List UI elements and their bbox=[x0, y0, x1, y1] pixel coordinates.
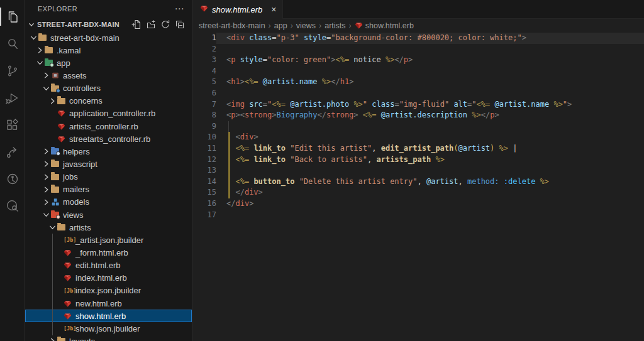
line-number: 14 bbox=[192, 176, 216, 188]
code-line-1[interactable]: 1<div class="p-3" style="background-colo… bbox=[192, 33, 644, 44]
active-indent-guide bbox=[228, 165, 230, 176]
tree-item-layouts[interactable]: layouts bbox=[25, 335, 192, 341]
tree-item-label: layouts bbox=[69, 337, 95, 341]
tab-show-html-erb[interactable]: show.html.erb × bbox=[192, 0, 283, 19]
code-line-4[interactable]: 4 bbox=[192, 66, 644, 77]
tree-item-index-json-jbuilder[interactable]: [Jb]index.json.jbuilder bbox=[25, 284, 192, 297]
code-line-17[interactable]: 17 bbox=[192, 210, 644, 221]
ruby-icon bbox=[200, 4, 208, 14]
chevron-down-icon bbox=[42, 84, 51, 94]
tree-item-label: helpers bbox=[62, 147, 90, 156]
more-actions-icon[interactable]: ⋯ bbox=[175, 6, 184, 12]
chevron-right-icon bbox=[42, 159, 51, 169]
line-number: 7 bbox=[192, 99, 216, 111]
tree-item-show-json-jbuilder[interactable]: [Jb]show.json.jbuilder bbox=[25, 322, 192, 335]
line-number: 11 bbox=[192, 143, 216, 154]
search-icon bbox=[5, 36, 20, 51]
folder-tan bbox=[51, 174, 59, 180]
code-line-content bbox=[216, 165, 644, 176]
tree-item-helpers[interactable]: helpers bbox=[25, 145, 192, 158]
activity-timeline-button[interactable] bbox=[0, 165, 25, 192]
tab-bar: show.html.erb × bbox=[192, 0, 644, 19]
breadcrumb-item-app[interactable]: app bbox=[274, 21, 287, 30]
code-line-16[interactable]: 16</div> bbox=[192, 198, 644, 210]
ruby-icon bbox=[355, 21, 363, 30]
code-line-14[interactable]: 14 <%= button_to "Delete this artist ent… bbox=[192, 176, 644, 188]
tree-item-label: streetarts_controller.rb bbox=[69, 134, 150, 144]
activity-explorer-button[interactable] bbox=[0, 3, 25, 30]
tree-item-concerns[interactable]: concerns bbox=[25, 95, 192, 107]
tree-item-edit-html-erb[interactable]: edit.html.erb bbox=[25, 259, 192, 272]
code-line-3[interactable]: 3<p style="color: green"><%= notice %></… bbox=[192, 55, 644, 66]
activity-source-control-button[interactable] bbox=[0, 57, 25, 84]
tree-item-jobs[interactable]: jobs bbox=[25, 171, 192, 183]
activity-remote-button[interactable] bbox=[0, 138, 25, 165]
tree-item-mailers[interactable]: mailers bbox=[25, 183, 192, 196]
chevron-down-icon bbox=[42, 210, 51, 220]
code-line-6[interactable]: 6 bbox=[192, 88, 644, 99]
breadcrumb-item-artists[interactable]: artists bbox=[325, 21, 345, 30]
new-folder-icon[interactable] bbox=[145, 18, 157, 31]
tree-item-models[interactable]: models bbox=[25, 196, 192, 208]
line-number: 6 bbox=[192, 88, 216, 99]
code-line-5[interactable]: 5<h1><%= @artist.name %></h1> bbox=[192, 77, 644, 88]
collapse-all-icon[interactable] bbox=[174, 18, 186, 31]
tree-item--kamal[interactable]: .kamal bbox=[25, 44, 192, 57]
code-line-content: <%= button_to "Delete this artist entry"… bbox=[216, 176, 644, 188]
explorer-sidebar: EXPLORER ⋯ STREET-ART-BDX-MAIN street-ar… bbox=[25, 0, 192, 341]
breadcrumb-item-views[interactable]: views bbox=[296, 21, 316, 30]
explorer-title: EXPLORER bbox=[38, 5, 175, 13]
breadcrumb-item-street-art-bdx-main[interactable]: street-art-bdx-main bbox=[199, 21, 265, 30]
code-line-15[interactable]: 15 </div> bbox=[192, 187, 644, 198]
code-line-7[interactable]: 7<img src="<%= @artist.photo %>" class="… bbox=[192, 99, 644, 111]
breadcrumb-item-show-html-erb[interactable]: show.html.erb bbox=[355, 21, 414, 30]
activity-extensions-button[interactable] bbox=[0, 111, 25, 138]
tree-item-streetarts-controller-rb[interactable]: streetarts_controller.rb bbox=[25, 133, 192, 145]
tree-item-views[interactable]: views bbox=[25, 208, 192, 221]
tree-item-javascript[interactable]: javascript bbox=[25, 158, 192, 170]
tree-item-index-html-erb[interactable]: index.html.erb bbox=[25, 272, 192, 284]
refresh-icon[interactable] bbox=[159, 18, 172, 31]
tree-item-controllers[interactable]: controllers bbox=[25, 82, 192, 95]
tree-item-label: application_controller.rb bbox=[69, 109, 155, 118]
ruby-icon bbox=[64, 261, 72, 269]
code-line-8[interactable]: 8<p><strong>Biography</strong> <%= @arti… bbox=[192, 110, 644, 121]
close-icon[interactable]: × bbox=[271, 4, 276, 14]
tree-item-artists[interactable]: artists bbox=[25, 221, 192, 234]
workspace-section-header[interactable]: STREET-ART-BDX-MAIN bbox=[25, 18, 192, 31]
code-line-2[interactable]: 2 bbox=[192, 44, 644, 55]
code-line-content: </div> bbox=[216, 198, 644, 210]
tree-item-show-html-erb[interactable]: show.html.erb bbox=[25, 310, 192, 322]
editor-area: show.html.erb × street-art-bdx-main›app›… bbox=[192, 0, 644, 341]
activity-code-search-button[interactable] bbox=[0, 192, 25, 219]
code-editor[interactable]: 1<div class="p-3" style="background-colo… bbox=[192, 32, 644, 341]
tree-item-label: assets bbox=[62, 71, 87, 80]
activity-search-button[interactable] bbox=[0, 30, 25, 57]
tree-item--artist-json-jbuilder[interactable]: [Jb]_artist.json.jbuilder bbox=[25, 234, 192, 246]
tree-item-new-html-erb[interactable]: new.html.erb bbox=[25, 297, 192, 310]
tree-item-application-controller-rb[interactable]: application_controller.rb bbox=[25, 107, 192, 120]
tree-item-artists-controller-rb[interactable]: artists_controller.rb bbox=[25, 120, 192, 133]
code-line-12[interactable]: 12 <%= link_to "Back to artists", artist… bbox=[192, 154, 644, 166]
code-line-13[interactable]: 13 bbox=[192, 165, 644, 176]
code-line-11[interactable]: 11 <%= link_to "Edit this artist", edit_… bbox=[192, 143, 644, 154]
chevron-right-icon bbox=[42, 185, 51, 195]
tree-item-assets[interactable]: assets bbox=[25, 69, 192, 82]
tree-item-street-art-bdx-main[interactable]: street-art-bdx-main bbox=[25, 31, 192, 44]
tree-item--form-html-erb[interactable]: _form.html.erb bbox=[25, 246, 192, 259]
tree-item-label: jobs bbox=[62, 172, 78, 181]
code-line-content bbox=[216, 88, 644, 99]
code-line-10[interactable]: 10 <div> bbox=[192, 132, 644, 143]
tree-item-app[interactable]: app bbox=[25, 57, 192, 69]
new-file-icon[interactable] bbox=[130, 18, 143, 31]
section-title: STREET-ART-BDX-MAIN bbox=[37, 21, 130, 28]
tree-item-label: edit.html.erb bbox=[75, 261, 121, 270]
active-indent-guide bbox=[228, 154, 230, 166]
tree-item-label: javascript bbox=[62, 160, 97, 169]
vscode-window: EXPLORER ⋯ STREET-ART-BDX-MAIN street-ar… bbox=[0, 0, 644, 341]
line-number: 10 bbox=[192, 132, 216, 143]
code-line-9[interactable]: 9 bbox=[192, 121, 644, 133]
ruby-icon bbox=[64, 274, 72, 282]
activity-run-debug-button[interactable] bbox=[0, 84, 25, 111]
active-indent-guide bbox=[228, 187, 230, 198]
